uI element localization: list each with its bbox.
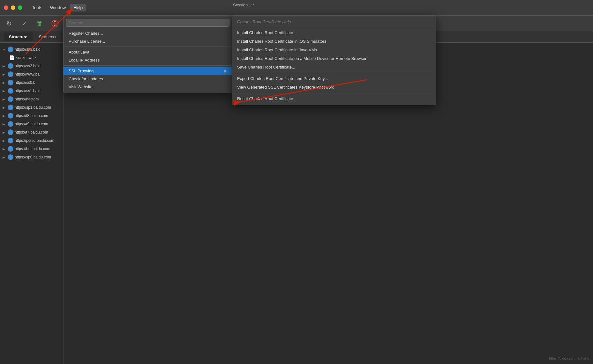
ssl-install-ios[interactable]: Install Charles Root Certificate in iOS … — [232, 37, 436, 46]
ssl-install-mobile[interactable]: Install Charles Root Certificate on a Mo… — [232, 54, 436, 63]
sidebar-label-12: https://hm.baidu.com — [15, 147, 61, 151]
sidebar-item-10[interactable]: ▶ 🌐 https://t7.baidu.com — [0, 128, 64, 136]
check-icon[interactable]: ✓ — [19, 18, 29, 29]
sidebar-label-2: https://ss2.baid — [15, 64, 61, 68]
window-title: Session 1 * — [233, 3, 254, 7]
ssl-submenu: Charles Root Certificate Help Install Ch… — [232, 15, 436, 105]
chevron-right-icon-13: ▶ — [3, 156, 6, 159]
submenu-arrow-icon: ▶ — [224, 69, 227, 73]
sidebar-item-2[interactable]: ▶ 🌐 https://ss2.baid — [0, 62, 64, 70]
doc-icon-1: 📄 — [9, 55, 15, 61]
sidebar-item-12[interactable]: ▶ 🌐 https://hm.baidu.com — [0, 145, 64, 153]
sidebar-item-7[interactable]: ▶ 🌐 https://sp1.baidu.com — [0, 103, 64, 112]
menu-purchase-license[interactable]: Purchase License... — [64, 37, 232, 45]
phone-blocked-icon[interactable]: 📵 — [50, 18, 60, 29]
host-icon-11: 🌐 — [8, 138, 13, 143]
menu-tools[interactable]: Tools — [29, 4, 46, 11]
host-icon-6: 🌐 — [8, 96, 13, 102]
tab-sequence[interactable]: Sequence — [34, 33, 63, 41]
maximize-button[interactable] — [18, 5, 22, 10]
menu-window[interactable]: Window — [47, 4, 69, 11]
sidebar-item-13[interactable]: ▶ 🌐 https://sp0.baidu.com — [0, 153, 64, 161]
ssl-export-key[interactable]: Export Charles Root Certificate and Priv… — [232, 74, 436, 83]
sidebar-label-5: https://ss1.baid — [15, 89, 61, 93]
menu-ssl-proxying[interactable]: SSL Proxying ▶ — [64, 67, 232, 75]
chevron-down-icon: ▼ — [3, 48, 6, 51]
sidebar-label-0: https://ss3.baid — [15, 47, 61, 52]
ssl-sep-2 — [232, 93, 436, 93]
host-icon-13: 🌐 — [8, 154, 13, 160]
chevron-right-icon-7: ▶ — [3, 106, 6, 109]
sidebar-label-8: https://t8.baidu.com — [15, 113, 61, 118]
reload-icon[interactable]: ↻ — [4, 18, 14, 29]
sidebar-label-9: https://t9.baidu.com — [15, 122, 61, 126]
chevron-right-icon-12: ▶ — [3, 147, 6, 151]
host-icon-9: 🌐 — [8, 121, 13, 127]
host-icon-12: 🌐 — [8, 146, 13, 152]
host-icon-2: 🌐 — [8, 63, 13, 69]
chevron-right-icon: ▶ — [3, 64, 6, 68]
sidebar-label-3: https://www.ba — [15, 72, 61, 76]
ssl-save-cert[interactable]: Save Charles Root Certificate... — [232, 63, 436, 71]
sidebar-item-1[interactable]: 📄 <unknown> — [0, 54, 64, 62]
host-icon-7: 🌐 — [8, 105, 13, 110]
host-icon-5: 🌐 — [8, 88, 13, 94]
close-button[interactable] — [4, 5, 8, 10]
host-icon-10: 🌐 — [8, 129, 13, 135]
sidebar-label-10: https://t7.baidu.com — [15, 130, 61, 135]
menu-about-java[interactable]: About Java — [64, 48, 232, 56]
menu-bar: Tools Window Help — [29, 4, 86, 11]
host-icon-0: 🌐 — [8, 47, 13, 52]
ssl-proxying-label: SSL Proxying — [69, 69, 94, 73]
host-icon-4: 🌐 — [8, 80, 13, 85]
ssl-view-keystore[interactable]: View Generated SSL Certificates Keystore… — [232, 83, 436, 91]
help-search-input[interactable] — [66, 19, 229, 27]
sidebar-item-5[interactable]: ▶ 🌐 https://ss1.baid — [0, 87, 64, 95]
sidebar-item-6[interactable]: ▶ 🌐 https://hectors — [0, 95, 64, 103]
chevron-right-icon-11: ▶ — [3, 139, 6, 142]
sidebar-item-0[interactable]: ▼ 🌐 https://ss3.baid — [0, 45, 64, 54]
separator-1 — [64, 47, 232, 47]
menu-check-updates[interactable]: Check for Updates — [64, 75, 232, 83]
sidebar-item-3[interactable]: ▶ 🌐 https://www.ba — [0, 70, 64, 78]
chevron-right-icon-4: ▶ — [3, 81, 6, 84]
ssl-install-java[interactable]: Install Charles Root Certificate in Java… — [232, 46, 436, 54]
sidebar-label-13: https://sp0.baidu.com — [15, 155, 61, 159]
sidebar-item-11[interactable]: ▶ 🌐 https://pcrec.baidu.com — [0, 136, 64, 145]
sidebar-label-1: <unknown> — [16, 55, 61, 60]
host-icon-8: 🌐 — [8, 113, 13, 119]
chevron-right-icon-5: ▶ — [3, 89, 6, 93]
host-icon-3: 🌐 — [8, 71, 13, 77]
tab-structure[interactable]: Structure — [4, 33, 33, 41]
chevron-right-icon-9: ▶ — [3, 122, 6, 126]
minimize-button[interactable] — [11, 5, 15, 10]
menu-help[interactable]: Help — [70, 4, 86, 11]
sidebar-label-11: https://pcrec.baidu.com — [15, 138, 61, 143]
ssl-install-root[interactable]: Install Charles Root Certificate — [232, 28, 436, 37]
sidebar-label-4: https://ss0.b — [15, 80, 61, 85]
ssl-sep-0 — [232, 27, 436, 27]
trash-icon[interactable]: 🗑 — [34, 18, 45, 29]
sidebar: ▼ 🌐 https://ss3.baid 📄 <unknown> ▶ 🌐 htt… — [0, 43, 64, 364]
watermark: https://blog.csdn.net/hand — [549, 356, 589, 360]
chevron-right-icon-3: ▶ — [3, 73, 6, 76]
help-menu-dropdown: Register Charles... Purchase License... … — [63, 15, 232, 93]
menu-local-ip[interactable]: Local IP Address — [64, 56, 232, 64]
separator-2 — [64, 65, 232, 66]
chevron-right-icon-8: ▶ — [3, 114, 6, 118]
sidebar-label-6: https://hectors — [15, 97, 61, 101]
menu-register-charles[interactable]: Register Charles... — [64, 29, 232, 37]
title-bar: Tools Window Help Session 1 * — [0, 0, 593, 15]
chevron-right-icon-10: ▶ — [3, 131, 6, 134]
sidebar-item-9[interactable]: ▶ 🌐 https://t9.baidu.com — [0, 120, 64, 128]
ssl-sep-1 — [232, 73, 436, 73]
chevron-right-icon-6: ▶ — [3, 98, 6, 101]
ssl-reset-cert[interactable]: Reset Charles Root Certificate... — [232, 94, 436, 103]
ssl-submenu-header: Charles Root Certificate Help — [232, 18, 436, 25]
sidebar-item-8[interactable]: ▶ 🌐 https://t8.baidu.com — [0, 112, 64, 120]
menu-visit-website[interactable]: Visit Website — [64, 83, 232, 91]
traffic-lights — [4, 5, 22, 10]
sidebar-item-4[interactable]: ▶ 🌐 https://ss0.b — [0, 78, 64, 87]
sidebar-label-7: https://sp1.baidu.com — [15, 105, 61, 110]
